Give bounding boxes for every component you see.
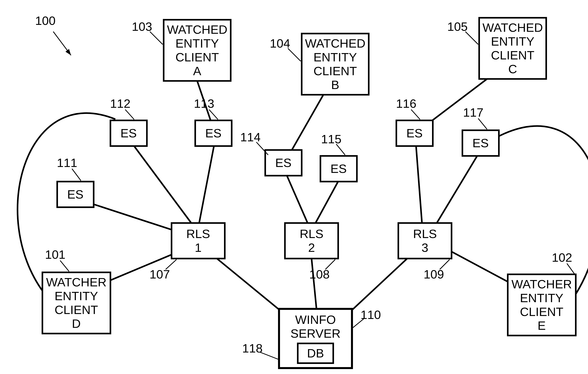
svg-text:ENTITY: ENTITY bbox=[520, 291, 563, 305]
es-113: ES bbox=[195, 121, 232, 146]
svg-text:CLIENT: CLIENT bbox=[491, 48, 534, 62]
svg-text:C: C bbox=[508, 62, 517, 76]
svg-line-11 bbox=[437, 156, 477, 223]
svg-text:ES: ES bbox=[472, 136, 489, 150]
label-115: 115 bbox=[321, 132, 341, 146]
svg-line-28 bbox=[288, 48, 301, 61]
svg-text:WATCHER: WATCHER bbox=[512, 277, 572, 291]
svg-text:D: D bbox=[72, 317, 81, 330]
svg-text:ES: ES bbox=[406, 126, 423, 140]
svg-text:ES: ES bbox=[205, 126, 222, 140]
svg-line-55 bbox=[478, 118, 487, 129]
svg-text:B: B bbox=[331, 78, 339, 92]
label-101: 101 bbox=[45, 248, 65, 261]
svg-text:RLS: RLS bbox=[186, 227, 210, 241]
svg-line-3 bbox=[288, 95, 323, 157]
svg-line-46 bbox=[256, 142, 268, 155]
svg-text:RLS: RLS bbox=[300, 227, 324, 241]
svg-line-84 bbox=[353, 319, 364, 328]
es-111: ES bbox=[57, 182, 94, 207]
svg-line-5 bbox=[94, 204, 181, 233]
svg-line-7 bbox=[199, 146, 214, 223]
svg-line-73 bbox=[60, 261, 69, 271]
svg-text:ES: ES bbox=[120, 126, 137, 140]
svg-text:CLIENT: CLIENT bbox=[520, 305, 563, 319]
label-112: 112 bbox=[110, 97, 130, 110]
svg-line-59 bbox=[166, 260, 177, 269]
watched-entity-client-c: WATCHED ENTITY CLIENT C bbox=[479, 18, 546, 79]
label-113: 113 bbox=[194, 97, 214, 110]
watcher-entity-client-d: WATCHER ENTITY CLIENT D bbox=[42, 272, 110, 333]
svg-text:CLIENT: CLIENT bbox=[176, 50, 219, 64]
svg-line-8 bbox=[287, 176, 308, 223]
label-114: 114 bbox=[240, 130, 261, 144]
svg-text:RLS: RLS bbox=[413, 227, 437, 241]
label-105: 105 bbox=[447, 20, 468, 33]
svg-text:WATCHER: WATCHER bbox=[46, 275, 107, 289]
svg-text:CLIENT: CLIENT bbox=[55, 303, 98, 317]
watched-entity-client-b: WATCHED ENTITY CLIENT B bbox=[302, 33, 369, 95]
svg-line-9 bbox=[315, 180, 339, 223]
svg-line-22 bbox=[150, 32, 163, 44]
label-102: 102 bbox=[552, 251, 572, 264]
label-104: 104 bbox=[270, 36, 290, 50]
svg-line-6 bbox=[134, 146, 191, 223]
svg-line-13 bbox=[452, 252, 509, 282]
es-116: ES bbox=[396, 121, 433, 146]
es-112: ES bbox=[110, 121, 147, 146]
es-114: ES bbox=[265, 150, 302, 176]
svg-line-15 bbox=[312, 259, 316, 309]
watcher-entity-client-e: WATCHER ENTITY CLIENT E bbox=[508, 274, 576, 336]
svg-text:3: 3 bbox=[421, 241, 428, 254]
svg-text:WATCHED: WATCHED bbox=[305, 36, 366, 50]
svg-text:SERVER: SERVER bbox=[290, 327, 341, 340]
svg-text:ENTITY: ENTITY bbox=[314, 50, 357, 64]
svg-text:CLIENT: CLIENT bbox=[314, 64, 357, 78]
label-109: 109 bbox=[424, 267, 444, 281]
label-117: 117 bbox=[463, 106, 483, 119]
label-103: 103 bbox=[132, 20, 152, 33]
svg-text:E: E bbox=[537, 319, 546, 332]
svg-line-10 bbox=[416, 146, 422, 223]
rls-2: RLS 2 bbox=[285, 223, 338, 259]
svg-line-37 bbox=[72, 169, 81, 181]
svg-text:1: 1 bbox=[195, 241, 201, 254]
svg-line-40 bbox=[125, 110, 134, 119]
svg-text:ES: ES bbox=[275, 156, 292, 170]
es-117: ES bbox=[462, 130, 499, 156]
svg-line-63 bbox=[325, 260, 335, 269]
svg-text:WINFO: WINFO bbox=[295, 313, 336, 326]
label-108: 108 bbox=[309, 267, 329, 281]
watched-entity-client-a: WATCHED ENTITY CLIENT A bbox=[164, 20, 231, 81]
svg-text:ES: ES bbox=[67, 187, 84, 201]
svg-line-85 bbox=[260, 352, 278, 359]
svg-text:ENTITY: ENTITY bbox=[491, 34, 534, 48]
rls-1: RLS 1 bbox=[172, 223, 225, 259]
svg-text:2: 2 bbox=[308, 241, 315, 254]
label-107: 107 bbox=[149, 267, 170, 281]
label-118: 118 bbox=[242, 341, 262, 355]
rls-3: RLS 3 bbox=[398, 223, 452, 259]
svg-text:WATCHED: WATCHED bbox=[167, 23, 228, 36]
winfo-server: WINFO SERVER DB bbox=[279, 309, 352, 368]
svg-line-79 bbox=[567, 264, 575, 274]
svg-text:WATCHED: WATCHED bbox=[483, 21, 543, 34]
svg-text:ENTITY: ENTITY bbox=[176, 36, 219, 50]
figure-id: 100 bbox=[35, 14, 55, 27]
label-116: 116 bbox=[396, 97, 416, 110]
label-110: 110 bbox=[360, 308, 381, 321]
svg-line-52 bbox=[411, 110, 420, 119]
svg-line-67 bbox=[440, 260, 450, 269]
label-111: 111 bbox=[57, 156, 77, 170]
svg-text:ENTITY: ENTITY bbox=[55, 289, 98, 303]
svg-text:ES: ES bbox=[330, 162, 347, 176]
svg-text:A: A bbox=[193, 64, 201, 78]
svg-line-34 bbox=[465, 32, 478, 44]
svg-line-14 bbox=[217, 259, 288, 317]
svg-marker-1 bbox=[65, 49, 71, 55]
db-box: DB bbox=[307, 346, 324, 360]
svg-line-16 bbox=[349, 259, 407, 313]
es-115: ES bbox=[320, 156, 357, 182]
